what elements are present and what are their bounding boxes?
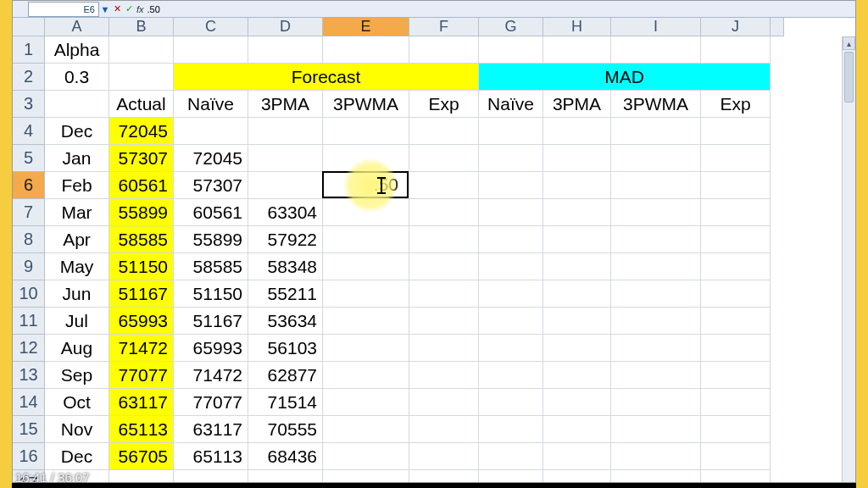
cell-G12[interactable]	[479, 335, 543, 362]
row-header-1[interactable]: 1	[13, 36, 45, 64]
cell-E5[interactable]	[323, 145, 409, 172]
cell-F13[interactable]	[409, 362, 479, 389]
cell-F5[interactable]	[409, 145, 479, 172]
cell-D6[interactable]	[248, 172, 323, 199]
cell-E4[interactable]	[323, 118, 409, 145]
column-header-A[interactable]: A	[45, 18, 109, 36]
cell-C15[interactable]: 63117	[174, 416, 248, 443]
cell-I13[interactable]	[611, 362, 701, 389]
cell-A4[interactable]: Dec	[45, 118, 109, 145]
cell-C17[interactable]	[174, 470, 248, 482]
cell-D14[interactable]: 71514	[248, 389, 323, 416]
row-header-15[interactable]: 15	[13, 416, 45, 443]
cell-B17[interactable]	[109, 470, 174, 482]
cell-A3[interactable]	[45, 91, 109, 118]
cell-D15[interactable]: 70555	[248, 416, 323, 443]
column-header-D[interactable]: D	[248, 18, 323, 36]
cell-I8[interactable]	[611, 226, 701, 253]
cell-C11[interactable]: 51167	[174, 308, 248, 335]
cell-F3[interactable]: Exp	[409, 91, 479, 118]
cell-H11[interactable]	[543, 308, 611, 335]
row-header-11[interactable]: 11	[13, 308, 45, 335]
cell-D3[interactable]: 3PMA	[248, 91, 323, 118]
cell-B1[interactable]	[109, 36, 174, 64]
cell-H8[interactable]	[543, 226, 611, 253]
cell-E9[interactable]	[323, 253, 409, 280]
column-header-E[interactable]: E	[323, 18, 409, 36]
cell-H6[interactable]	[543, 172, 611, 199]
row-header-12[interactable]: 12	[13, 335, 45, 362]
cancel-edit-button[interactable]: ✕	[111, 3, 123, 14]
cell-I16[interactable]	[611, 443, 701, 470]
cell-B10[interactable]: 51167	[109, 280, 174, 308]
column-header-B[interactable]: B	[109, 18, 174, 36]
row-header-17[interactable]: 17	[13, 470, 45, 482]
cell-C9[interactable]: 58585	[174, 253, 248, 280]
cell-J10[interactable]	[701, 280, 771, 308]
cell-J5[interactable]	[701, 145, 771, 172]
cell-H13[interactable]	[543, 362, 611, 389]
cell-D9[interactable]: 58348	[248, 253, 323, 280]
cell-D10[interactable]: 55211	[248, 280, 323, 308]
row-header-3[interactable]: 3	[13, 91, 45, 118]
cell-A11[interactable]: Jul	[45, 308, 109, 335]
row-header-6[interactable]: 6	[13, 172, 45, 199]
cell-D13[interactable]: 62877	[248, 362, 323, 389]
cell-D5[interactable]	[248, 145, 323, 172]
cell-C13[interactable]: 71472	[174, 362, 248, 389]
cell-F10[interactable]	[409, 280, 479, 308]
name-box[interactable]: E6	[28, 2, 99, 17]
cell-F9[interactable]	[409, 253, 479, 280]
row-header-9[interactable]: 9	[13, 253, 45, 280]
cell-E16[interactable]	[323, 443, 409, 470]
cell-B14[interactable]: 63117	[109, 389, 174, 416]
row-header-7[interactable]: 7	[13, 199, 45, 226]
cell-G10[interactable]	[479, 280, 543, 308]
cell-G1[interactable]	[479, 36, 543, 64]
cell-G8[interactable]	[479, 226, 543, 253]
cell-F12[interactable]	[409, 335, 479, 362]
cell-F4[interactable]	[409, 118, 479, 145]
cell-F1[interactable]	[409, 36, 479, 64]
cell-I7[interactable]	[611, 199, 701, 226]
cell-A17[interactable]	[45, 470, 109, 482]
vertical-scrollbar[interactable]: ▴	[842, 36, 855, 482]
cell-E10[interactable]	[323, 280, 409, 308]
cell-B6[interactable]: 60561	[109, 172, 174, 199]
cell-A8[interactable]: Apr	[45, 226, 109, 253]
cell-E6[interactable]	[323, 172, 409, 199]
column-header-F[interactable]: F	[409, 18, 479, 36]
cell-H4[interactable]	[543, 118, 611, 145]
cell-J8[interactable]	[701, 226, 771, 253]
cell-D8[interactable]: 57922	[248, 226, 323, 253]
scroll-thumb[interactable]	[844, 52, 854, 103]
cell-A5[interactable]: Jan	[45, 145, 109, 172]
cell-C16[interactable]: 65113	[174, 443, 248, 470]
cell-C6[interactable]: 57307	[174, 172, 248, 199]
select-all-corner[interactable]	[13, 18, 45, 36]
row-header-14[interactable]: 14	[13, 389, 45, 416]
cell-H5[interactable]	[543, 145, 611, 172]
cell-H17[interactable]	[543, 470, 611, 482]
cell-D16[interactable]: 68436	[248, 443, 323, 470]
cell-C4[interactable]	[174, 118, 248, 145]
cell-B12[interactable]: 71472	[109, 335, 174, 362]
cell-A1[interactable]: Alpha	[45, 36, 109, 64]
cell-E15[interactable]	[323, 416, 409, 443]
cell-C12[interactable]: 65993	[174, 335, 248, 362]
cell-I11[interactable]	[611, 308, 701, 335]
cell-E3[interactable]: 3PWMA	[323, 91, 409, 118]
cell-C3[interactable]: Naïve	[174, 91, 248, 118]
name-box-dropdown-icon[interactable]: ▼	[99, 4, 111, 14]
cell-E17[interactable]	[323, 470, 409, 482]
cell-C7[interactable]: 60561	[174, 199, 248, 226]
cell-E11[interactable]	[323, 308, 409, 335]
cell-A2[interactable]: 0.3	[45, 64, 109, 91]
cell-J17[interactable]	[701, 470, 771, 482]
cell-B5[interactable]: 57307	[109, 145, 174, 172]
cell-J3[interactable]: Exp	[701, 91, 771, 118]
cell-G13[interactable]	[479, 362, 543, 389]
column-header-G[interactable]: G	[479, 18, 543, 36]
cell-H12[interactable]	[543, 335, 611, 362]
cell-C8[interactable]: 55899	[174, 226, 248, 253]
